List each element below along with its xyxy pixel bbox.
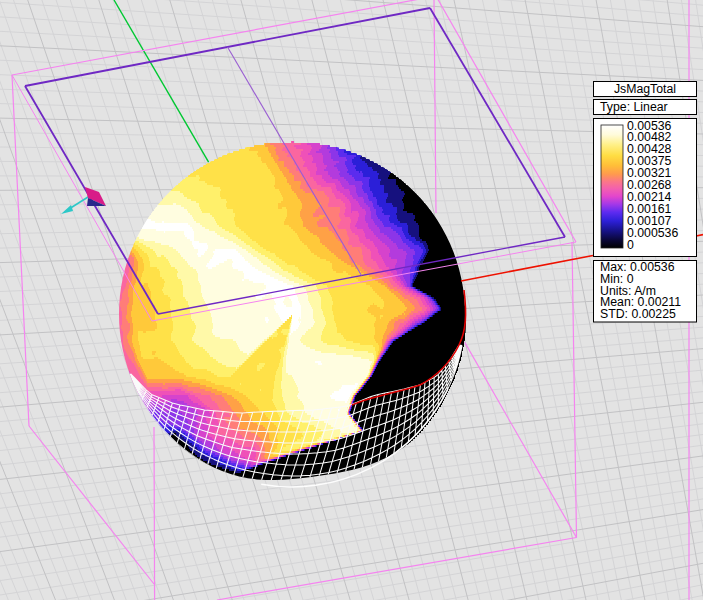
- svg-text:STD: 0.00225: STD: 0.00225: [600, 307, 676, 321]
- svg-text:JsMagTotal: JsMagTotal: [614, 82, 676, 96]
- svg-text:0.000536: 0.000536: [627, 226, 678, 240]
- svg-text:0: 0: [627, 238, 634, 252]
- svg-text:Type: Linear: Type: Linear: [600, 100, 668, 114]
